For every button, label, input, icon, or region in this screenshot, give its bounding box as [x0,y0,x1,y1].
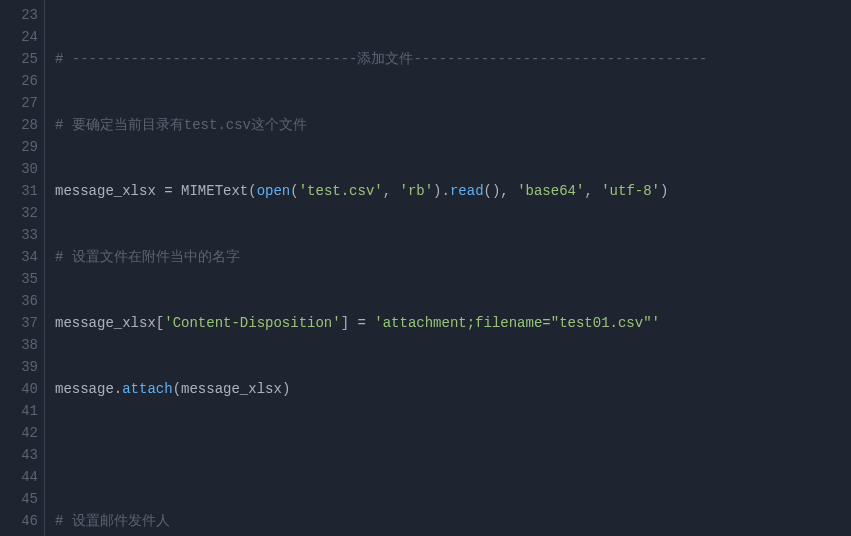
code-line[interactable]: # 要确定当前目录有test.csv这个文件 [55,114,778,136]
line-number: 40 [10,378,38,400]
code-line[interactable] [55,444,778,466]
line-number: 29 [10,136,38,158]
line-number: 27 [10,92,38,114]
line-number: 44 [10,466,38,488]
code-area[interactable]: # ----------------------------------添加文件… [45,0,778,536]
line-number: 28 [10,114,38,136]
line-number: 33 [10,224,38,246]
line-number: 32 [10,202,38,224]
line-number: 35 [10,268,38,290]
line-number: 45 [10,488,38,510]
code-line[interactable]: # 设置邮件发件人 [55,510,778,532]
line-number: 39 [10,356,38,378]
code-line[interactable]: message_xlsx['Content-Disposition'] = 'a… [55,312,778,334]
code-line[interactable]: message_xlsx = MIMEText(open('test.csv',… [55,180,778,202]
line-number: 23 [10,4,38,26]
line-number-gutter: 23 24 25 26 27 28 29 30 31 32 33 34 35 3… [0,0,45,536]
line-number: 25 [10,48,38,70]
line-number: 24 [10,26,38,48]
line-number: 42 [10,422,38,444]
line-number: 31 [10,180,38,202]
line-number: 46 [10,510,38,532]
line-number: 37 [10,312,38,334]
line-number: 30 [10,158,38,180]
line-number: 43 [10,444,38,466]
line-number: 38 [10,334,38,356]
code-editor: 23 24 25 26 27 28 29 30 31 32 33 34 35 3… [0,0,851,536]
code-line[interactable]: # 设置文件在附件当中的名字 [55,246,778,268]
code-line[interactable]: message.attach(message_xlsx) [55,378,778,400]
line-number: 34 [10,246,38,268]
line-number: 26 [10,70,38,92]
line-number: 36 [10,290,38,312]
code-line[interactable]: # ----------------------------------添加文件… [55,48,778,70]
line-number: 41 [10,400,38,422]
